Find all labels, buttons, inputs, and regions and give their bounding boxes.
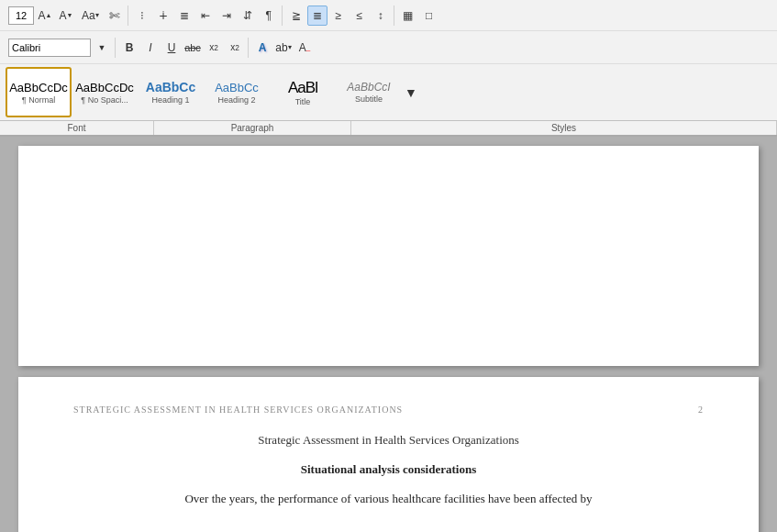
- style-heading1[interactable]: AaBbCc Heading 1: [138, 67, 204, 117]
- bold-button[interactable]: B: [119, 38, 139, 58]
- document-area: STRATEGIC ASSESSMENT IN HEALTH SERVICES …: [0, 137, 777, 532]
- italic-button[interactable]: I: [140, 38, 161, 58]
- underline-button[interactable]: U: [161, 38, 182, 58]
- style-normal-label: ¶ Normal: [22, 95, 55, 105]
- page-number: 2: [698, 405, 704, 415]
- style-title[interactable]: AaBl Title: [270, 67, 336, 117]
- style-subtitle-label: Subtitle: [355, 94, 383, 104]
- style-heading1-preview: AaBbCc: [146, 81, 195, 94]
- change-case-button[interactable]: Aa▾: [77, 6, 104, 26]
- font-size-input[interactable]: [8, 6, 34, 25]
- bullets-button[interactable]: ⁝: [132, 6, 152, 26]
- clear-format-button[interactable]: ✄: [105, 6, 125, 26]
- styles-more-button[interactable]: ▼: [404, 70, 418, 116]
- ribbon-row1: A▲ A▼ Aa▾ ✄ ⁝ ∔ ≣ ⇤ ⇥ ⇵ ¶ ≧ ≣ ≥ ≤ ↕ ▦ □: [0, 0, 777, 31]
- borders-button[interactable]: □: [419, 6, 439, 26]
- decrease-indent-button[interactable]: ⇤: [195, 6, 216, 26]
- grow-font-button[interactable]: A▲: [35, 6, 55, 26]
- text-effects-button[interactable]: A: [252, 38, 272, 58]
- styles-gallery: AaBbCcDc ¶ Normal AaBbCcDc ¶ No Spaci...…: [0, 64, 777, 121]
- align-center-button[interactable]: ≣: [307, 6, 327, 26]
- paragraph-section-label: Paragraph: [154, 121, 351, 135]
- numbering-button[interactable]: ∔: [153, 6, 173, 26]
- font-name-group: ▼: [6, 38, 116, 58]
- font-name-input[interactable]: [8, 39, 91, 57]
- font-format-group: B I U abc x2 x2: [117, 38, 249, 58]
- style-normal-preview: AaBbCcDc: [9, 82, 68, 94]
- style-subtitle-preview: AaBbCcI: [347, 82, 390, 93]
- style-heading2-preview: AaBbCc: [215, 82, 259, 94]
- para-group-row1: ⁝ ∔ ≣ ⇤ ⇥ ⇵ ¶: [129, 6, 283, 26]
- page-header-text: STRATEGIC ASSESSMENT IN HEALTH SERVICES …: [73, 405, 403, 415]
- page-header: STRATEGIC ASSESSMENT IN HEALTH SERVICES …: [73, 405, 704, 415]
- alignment-group: ≧ ≣ ≥ ≤ ↕: [283, 6, 394, 26]
- align-right-button[interactable]: ≥: [328, 6, 349, 26]
- superscript-button[interactable]: x2: [225, 38, 245, 58]
- style-nospacing-preview: AaBbCcDc: [75, 82, 134, 94]
- page-1: [18, 146, 759, 366]
- page-body-text: Over the years, the performance of vario…: [184, 492, 592, 505]
- page-title: Strategic Assessment in Health Services …: [73, 433, 704, 448]
- styles-section-label: Styles: [351, 121, 777, 135]
- style-title-preview: AaBl: [288, 80, 317, 95]
- style-normal[interactable]: AaBbCcDc ¶ Normal: [6, 67, 72, 117]
- strikethrough-button[interactable]: abc: [183, 38, 203, 58]
- style-no-spacing[interactable]: AaBbCcDc ¶ No Spaci...: [72, 67, 138, 117]
- font-section-label: Font: [0, 121, 154, 135]
- page-subtitle: Situational analysis considerations: [73, 462, 704, 477]
- shading-button[interactable]: ▦: [398, 6, 418, 26]
- style-subtitle[interactable]: AaBbCcI Subtitle: [336, 67, 402, 117]
- highlight-button[interactable]: ab▾: [273, 38, 294, 58]
- shading-group: ▦ □: [395, 6, 442, 26]
- style-heading2-label: Heading 2: [217, 95, 255, 105]
- text-effect-group: A ab▾ A_: [250, 38, 317, 58]
- multilevel-list-button[interactable]: ≣: [174, 6, 194, 26]
- font-name-dropdown[interactable]: ▼: [92, 38, 112, 58]
- ribbon: A▲ A▼ Aa▾ ✄ ⁝ ∔ ≣ ⇤ ⇥ ⇵ ¶ ≧ ≣ ≥ ≤ ↕ ▦ □: [0, 0, 777, 137]
- style-nospacing-label: ¶ No Spaci...: [81, 95, 128, 105]
- sort-button[interactable]: ⇵: [238, 6, 258, 26]
- show-paragraph-button[interactable]: ¶: [259, 6, 279, 26]
- style-title-label: Title: [295, 97, 311, 106]
- shrink-font-button[interactable]: A▼: [56, 6, 76, 26]
- section-labels-bar: Font Paragraph Styles: [0, 121, 777, 137]
- page-body: Over the years, the performance of vario…: [73, 490, 704, 509]
- style-heading2[interactable]: AaBbCc Heading 2: [204, 67, 270, 117]
- line-spacing-button[interactable]: ↕: [371, 6, 391, 26]
- font-color-button[interactable]: A_: [294, 38, 315, 58]
- ribbon-row2: ▼ B I U abc x2 x2 A ab▾ A_: [0, 31, 777, 64]
- increase-indent-button[interactable]: ⇥: [216, 6, 237, 26]
- page-2: STRATEGIC ASSESSMENT IN HEALTH SERVICES …: [18, 377, 759, 532]
- justify-button[interactable]: ≤: [350, 6, 370, 26]
- align-left-button[interactable]: ≧: [286, 6, 306, 26]
- subscript-button[interactable]: x2: [204, 38, 224, 58]
- font-group: A▲ A▼ Aa▾ ✄: [6, 6, 128, 26]
- style-heading1-label: Heading 1: [151, 95, 189, 105]
